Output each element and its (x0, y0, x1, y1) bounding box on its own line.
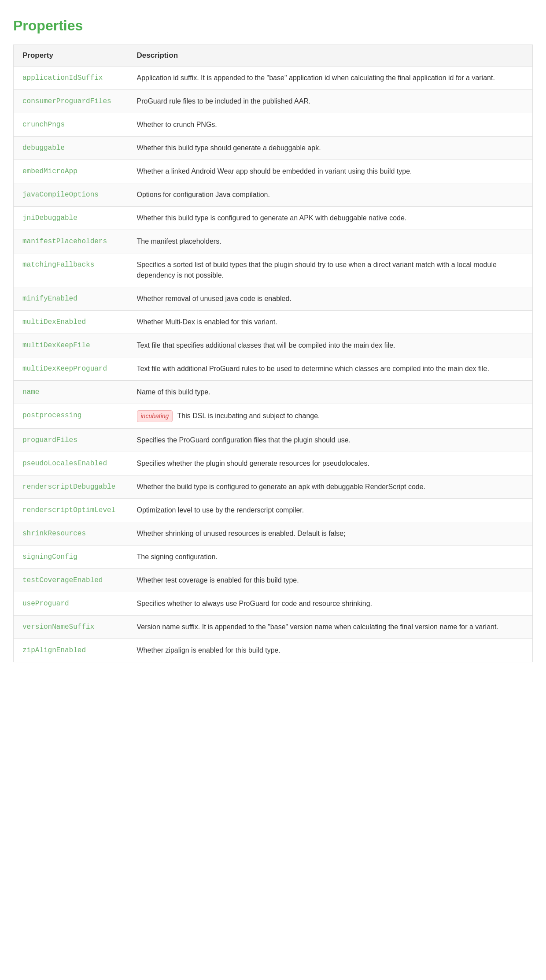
incubating-badge: incubating (137, 410, 173, 422)
table-row: pseudoLocalesEnabledSpecifies whether th… (14, 452, 533, 475)
property-description: Specifies the ProGuard configuration fil… (128, 429, 533, 452)
table-row: multiDexKeepFileText file that specifies… (14, 334, 533, 357)
property-description: Whether zipalign is enabled for this bui… (128, 639, 533, 662)
property-description: The manifest placeholders. (128, 230, 533, 253)
table-row: consumerProguardFilesProGuard rule files… (14, 90, 533, 113)
property-description: Specifies whether the plugin should gene… (128, 452, 533, 475)
table-row: proguardFilesSpecifies the ProGuard conf… (14, 429, 533, 452)
property-name: crunchPngs (14, 113, 128, 137)
property-description: The signing configuration. (128, 546, 533, 569)
table-row: manifestPlaceholdersThe manifest placeho… (14, 230, 533, 253)
table-row: zipAlignEnabledWhether zipalign is enabl… (14, 639, 533, 662)
property-name: multiDexEnabled (14, 311, 128, 334)
table-row: debuggableWhether this build type should… (14, 137, 533, 160)
table-row: renderscriptDebuggableWhether the build … (14, 475, 533, 499)
property-description: Options for configuration Java compilati… (128, 183, 533, 207)
property-column-header: Property (14, 45, 128, 67)
table-row: signingConfigThe signing configuration. (14, 546, 533, 569)
property-name: name (14, 381, 128, 404)
property-name: renderscriptOptimLevel (14, 499, 128, 522)
property-description: Specifies a sorted list of build types t… (128, 253, 533, 287)
table-row: nameName of this build type. (14, 381, 533, 404)
property-name: zipAlignEnabled (14, 639, 128, 662)
property-name: proguardFiles (14, 429, 128, 452)
property-name: shrinkResources (14, 522, 128, 546)
table-row: multiDexEnabledWhether Multi-Dex is enab… (14, 311, 533, 334)
property-name: multiDexKeepProguard (14, 357, 128, 381)
property-name: postprocessing (14, 404, 128, 429)
property-description: Whether the build type is configured to … (128, 475, 533, 499)
table-row: postprocessingincubating This DSL is inc… (14, 404, 533, 429)
property-description: Text file with additional ProGuard rules… (128, 357, 533, 381)
property-description: Whether this build type is configured to… (128, 207, 533, 230)
property-description: Whether removal of unused java code is e… (128, 287, 533, 311)
property-name: debuggable (14, 137, 128, 160)
table-row: applicationIdSuffixApplication id suffix… (14, 67, 533, 90)
property-description: Specifies whether to always use ProGuard… (128, 592, 533, 616)
table-row: crunchPngsWhether to crunch PNGs. (14, 113, 533, 137)
table-row: useProguardSpecifies whether to always u… (14, 592, 533, 616)
property-description: Whether Multi-Dex is enabled for this va… (128, 311, 533, 334)
property-description: Whether shrinking of unused resources is… (128, 522, 533, 546)
table-row: embedMicroAppWhether a linked Android We… (14, 160, 533, 183)
property-name: embedMicroApp (14, 160, 128, 183)
table-row: jniDebuggableWhether this build type is … (14, 207, 533, 230)
property-description: Version name suffix. It is appended to t… (128, 616, 533, 639)
property-description: Whether to crunch PNGs. (128, 113, 533, 137)
table-row: shrinkResourcesWhether shrinking of unus… (14, 522, 533, 546)
property-description: Whether this build type should generate … (128, 137, 533, 160)
property-name: matchingFallbacks (14, 253, 128, 287)
property-name: consumerProguardFiles (14, 90, 128, 113)
table-row: versionNameSuffixVersion name suffix. It… (14, 616, 533, 639)
page-title: Properties (13, 18, 533, 34)
property-description: Name of this build type. (128, 381, 533, 404)
property-description: Application id suffix. It is appended to… (128, 67, 533, 90)
table-row: multiDexKeepProguardText file with addit… (14, 357, 533, 381)
property-name: pseudoLocalesEnabled (14, 452, 128, 475)
property-description: incubating This DSL is incubating and su… (128, 404, 533, 429)
property-name: versionNameSuffix (14, 616, 128, 639)
table-row: renderscriptOptimLevelOptimization level… (14, 499, 533, 522)
property-name: renderscriptDebuggable (14, 475, 128, 499)
description-column-header: Description (128, 45, 533, 67)
properties-table: Property Description applicationIdSuffix… (13, 45, 533, 662)
property-name: testCoverageEnabled (14, 569, 128, 592)
property-name: useProguard (14, 592, 128, 616)
property-name: manifestPlaceholders (14, 230, 128, 253)
table-header-row: Property Description (14, 45, 533, 67)
property-name: minifyEnabled (14, 287, 128, 311)
property-description: Whether a linked Android Wear app should… (128, 160, 533, 183)
property-name: jniDebuggable (14, 207, 128, 230)
property-name: multiDexKeepFile (14, 334, 128, 357)
table-row: testCoverageEnabledWhether test coverage… (14, 569, 533, 592)
property-name: signingConfig (14, 546, 128, 569)
property-description: Optimization level to use by the renders… (128, 499, 533, 522)
table-row: matchingFallbacksSpecifies a sorted list… (14, 253, 533, 287)
property-name: applicationIdSuffix (14, 67, 128, 90)
property-description: Text file that specifies additional clas… (128, 334, 533, 357)
property-description: Whether test coverage is enabled for thi… (128, 569, 533, 592)
table-row: minifyEnabledWhether removal of unused j… (14, 287, 533, 311)
property-description: ProGuard rule files to be included in th… (128, 90, 533, 113)
table-row: javaCompileOptionsOptions for configurat… (14, 183, 533, 207)
property-name: javaCompileOptions (14, 183, 128, 207)
